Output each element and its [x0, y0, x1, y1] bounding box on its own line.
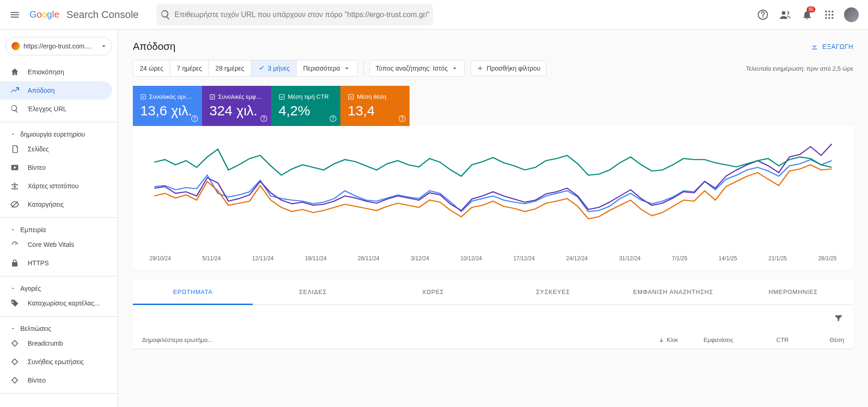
sidebar-item-label: Καταχωρίσεις καρτέλας... — [28, 299, 100, 307]
sidebar-item-enh-0[interactable]: Breadcrumb — [0, 334, 112, 353]
sidebar-item-label: Επισκόπηση — [28, 68, 64, 76]
svg-point-2 — [763, 17, 763, 17]
kpi-card-3[interactable]: Μέση θέση13,4 — [340, 86, 410, 126]
x-axis-label: 10/12/24 — [460, 255, 482, 262]
column-header-impressions[interactable]: Εμφανίσεις — [678, 336, 733, 343]
sidebar-item-index-3[interactable]: Καταργήσεις — [0, 195, 112, 214]
table-tab-3[interactable]: ΣΥΣΚΕΥΕΣ — [493, 280, 613, 305]
x-axis-label: 17/12/24 — [513, 255, 535, 262]
sidebar-item-label: HTTPS — [28, 259, 49, 267]
sidebar-item-shop-0[interactable]: Καταχωρίσεις καρτέλας... — [0, 294, 112, 312]
url-inspect-search-box[interactable] — [156, 4, 433, 25]
tag-icon — [10, 299, 19, 308]
kpi-value: 324 χιλ. — [209, 103, 264, 119]
sidebar-item-index-1[interactable]: Βίντεο — [0, 158, 112, 177]
sidebar-item-label: Καταργήσεις — [28, 201, 64, 208]
nav-section-experience[interactable]: Εμπειρία — [0, 221, 118, 235]
property-url: https://ergo-trust.com.... — [24, 42, 96, 50]
svg-point-8 — [828, 14, 830, 16]
x-axis-label: 7/1/25 — [672, 255, 687, 262]
sidebar-item-exp-0[interactable]: Core Web Vitals — [0, 235, 112, 254]
users-button[interactable] — [776, 6, 794, 24]
column-header-ctr[interactable]: CTR — [733, 336, 789, 343]
url-inspect-input[interactable] — [171, 11, 429, 19]
help-icon — [329, 115, 337, 122]
date-range-2[interactable]: 28 ημέρες — [209, 60, 251, 76]
page-title: Απόδοση — [133, 41, 175, 53]
sidebar-item-label: Σελίδες — [28, 145, 49, 153]
x-axis-label: 21/1/25 — [768, 255, 787, 262]
date-range-more[interactable]: Περισσότερα — [297, 60, 357, 76]
apps-button[interactable] — [820, 6, 838, 24]
notification-badge: 85 — [807, 6, 815, 12]
diamond-icon — [10, 357, 19, 366]
column-header-query[interactable]: Δημοφιλέστερα ερωτήμα... — [142, 336, 623, 343]
svg-rect-20 — [279, 94, 285, 99]
date-range-1[interactable]: 7 ημέρες — [170, 60, 209, 76]
checkbox-checked-icon — [140, 94, 146, 100]
svg-point-5 — [828, 11, 830, 12]
sidebar-item-index-0[interactable]: Σελίδες — [0, 140, 112, 158]
sidebar-item-top-2[interactable]: Έλεγχος URL — [0, 100, 112, 118]
sidebar-item-index-2[interactable]: Χάρτες ιστοτόπου — [0, 177, 112, 195]
x-axis-label: 24/12/24 — [566, 255, 588, 262]
x-axis-label: 5/11/24 — [202, 255, 221, 262]
sidebar-item-label: Έλεγχος URL — [28, 105, 67, 113]
sidebar-item-label: Συνήθεις ερωτήσεις — [28, 358, 84, 365]
add-filter-button[interactable]: Προσθήκη φίλτρου — [470, 60, 547, 76]
table-tab-2[interactable]: ΧΩΡΕΣ — [373, 280, 493, 305]
svg-point-12 — [832, 17, 833, 19]
filters-row: 24 ώρες7 ημέρες28 ημέρες3 μήνεςΠερισσότε… — [133, 60, 853, 82]
x-axis-label: 26/11/24 — [358, 255, 380, 262]
property-selector[interactable]: https://ergo-trust.com.... — [6, 37, 112, 55]
sidebar-item-top-0[interactable]: Επισκόπηση — [0, 63, 112, 81]
table-tab-0[interactable]: ΕΡΩΤΗΜΑΤΑ — [133, 280, 253, 305]
sidebar-item-enh-1[interactable]: Συνήθεις ερωτήσεις — [0, 353, 112, 371]
property-favicon — [12, 42, 20, 50]
x-axis-label: 28/1/25 — [818, 255, 837, 262]
nav-section-indexing[interactable]: δημιουργία ευρετηρίου — [0, 126, 118, 140]
kpi-card-2[interactable]: Μέση τιμή CTR4,2% — [271, 86, 340, 126]
caret-down-icon — [10, 132, 16, 137]
performance-line-chart[interactable] — [137, 133, 850, 253]
sidebar-item-label: Breadcrumb — [28, 340, 63, 347]
sidebar-item-label: Χάρτες ιστοτόπου — [28, 182, 78, 190]
search-type-chip[interactable]: Τύπος αναζήτησης: Ιστός — [369, 60, 465, 77]
export-button[interactable]: ΕΞΑΓΩΓΗ — [810, 42, 853, 51]
notifications-button[interactable]: 85 — [798, 6, 816, 24]
table-tab-4[interactable]: ΕΜΦΑΝΙΣΗ ΑΝΑΖΗΤΗΣΗΣ — [613, 280, 733, 305]
sidebar-item-top-1[interactable]: Απόδοση — [0, 81, 112, 100]
table-filter-button[interactable] — [829, 309, 848, 327]
svg-point-9 — [832, 14, 833, 16]
search-icon — [160, 9, 171, 20]
hamburger-menu-button[interactable] — [4, 4, 26, 26]
google-search-console-logo[interactable]: Google Search Console — [26, 9, 143, 21]
last-updated-text: Τελευταία ενημέρωση: πριν από 2,5 ώρε — [746, 65, 853, 72]
nav-section-enhancements[interactable]: Βελτιώσεις — [0, 320, 118, 334]
sidebar-item-label: Βίντεο — [28, 377, 46, 384]
lock-icon — [10, 258, 19, 268]
svg-point-19 — [264, 120, 264, 120]
date-range-3[interactable]: 3 μήνες — [251, 60, 297, 76]
kpi-value: 13,6 χιλ. — [140, 103, 195, 119]
column-header-clicks[interactable]: Κλικ — [623, 336, 678, 343]
column-header-position[interactable]: Θέση — [789, 336, 844, 343]
help-icon — [260, 115, 268, 122]
caret-down-icon — [10, 286, 16, 291]
help-button[interactable] — [754, 6, 772, 24]
table-header-row: Δημοφιλέστερα ερωτήμα... Κλικ Εμφανίσεις… — [133, 331, 853, 349]
kpi-card-1[interactable]: Συνολικές εμφαν...324 χιλ. — [202, 86, 271, 126]
sidebar-item-enh-2[interactable]: Βίντεο — [0, 371, 112, 389]
table-tab-1[interactable]: ΣΕΛΙΔΕΣ — [253, 280, 373, 305]
sidebar-item-exp-1[interactable]: HTTPS — [0, 254, 112, 272]
nav-section-shopping[interactable]: Αγορές — [0, 280, 118, 294]
table-tab-5[interactable]: ΗΜΕΡΟΜΗΝΙΕΣ — [733, 280, 853, 305]
x-axis-label: 19/11/24 — [305, 255, 327, 262]
svg-text:Google: Google — [30, 9, 59, 19]
date-range-0[interactable]: 24 ώρες — [133, 60, 170, 76]
pages-icon — [10, 144, 19, 154]
product-name: Search Console — [66, 9, 139, 21]
account-avatar[interactable] — [842, 6, 861, 24]
diamond-icon — [10, 339, 19, 348]
kpi-card-0[interactable]: Συνολικός αριθμ...13,6 χιλ. — [133, 86, 202, 126]
